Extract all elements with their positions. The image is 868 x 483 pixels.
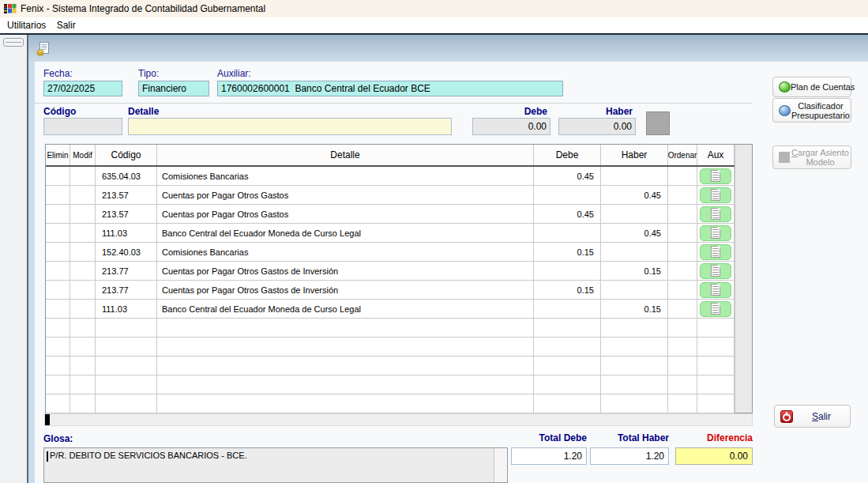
cell-detalle[interactable]: Banco Central del Ecuador Moneda de Curs… xyxy=(157,224,534,242)
table-vertical-scrollbar[interactable] xyxy=(735,145,752,413)
cell-aux[interactable] xyxy=(697,167,735,185)
cell-haber xyxy=(601,319,668,337)
cell-elimin[interactable] xyxy=(46,205,70,223)
cell-haber[interactable] xyxy=(601,205,668,223)
cell-elimin[interactable] xyxy=(46,224,70,242)
cell-modif[interactable] xyxy=(70,186,96,204)
cell-elimin[interactable] xyxy=(46,281,70,299)
cell-elimin[interactable] xyxy=(46,262,70,280)
aux-button[interactable] xyxy=(700,225,731,241)
cell-aux[interactable] xyxy=(697,205,735,223)
cell-detalle[interactable]: Comisiones Bancarias xyxy=(157,243,534,261)
aux-button[interactable] xyxy=(700,282,731,298)
cell-detalle[interactable]: Cuentas por Pagar Otros Gastos xyxy=(157,205,534,223)
cell-aux[interactable] xyxy=(697,243,735,261)
cell-detalle[interactable]: Banco Central del Ecuador Moneda de Curs… xyxy=(157,300,534,318)
debe-input[interactable]: 0.00 xyxy=(472,118,550,135)
cell-ordenar[interactable] xyxy=(668,167,697,185)
menu-utilitarios[interactable]: Utilitarios xyxy=(3,17,50,33)
cell-debe[interactable]: 0.15 xyxy=(534,243,601,261)
cell-aux[interactable] xyxy=(697,224,735,242)
cell-modif[interactable] xyxy=(70,243,96,261)
cell-modif[interactable] xyxy=(70,224,96,242)
cell-elimin[interactable] xyxy=(46,186,70,204)
cell-ordenar[interactable] xyxy=(668,300,697,318)
sidebar-collapse-handle[interactable] xyxy=(3,38,24,47)
cell-codigo[interactable]: 152.40.03 xyxy=(96,243,157,261)
cell-codigo[interactable]: 111.03 xyxy=(96,300,157,318)
glosa-textarea[interactable]: P/R. DEBITO DE SERVICIOS BANCARIOS - BCE… xyxy=(43,447,508,483)
column-header-aux: Aux xyxy=(697,145,735,165)
auxiliar-input[interactable]: 1760002600001 Banco Central del Ecuador … xyxy=(217,81,563,96)
aux-button[interactable] xyxy=(700,244,731,260)
cell-ordenar[interactable] xyxy=(668,262,697,280)
cell-detalle[interactable]: Cuentas por Pagar Otros Gastos xyxy=(157,186,534,204)
cell-codigo[interactable]: 213.57 xyxy=(96,186,157,204)
cell-haber[interactable] xyxy=(601,281,668,299)
aux-button[interactable] xyxy=(700,263,731,279)
cell-debe[interactable] xyxy=(534,300,601,318)
cell-ordenar[interactable] xyxy=(668,186,697,204)
cell-modif[interactable] xyxy=(70,167,96,185)
cell-debe[interactable] xyxy=(534,262,601,280)
cell-codigo[interactable]: 213.77 xyxy=(96,281,157,299)
cell-ordenar[interactable] xyxy=(668,281,697,299)
aux-button[interactable] xyxy=(700,168,731,184)
cell-haber[interactable]: 0.15 xyxy=(601,262,668,280)
cell-codigo[interactable]: 213.77 xyxy=(96,262,157,280)
haber-input[interactable]: 0.00 xyxy=(558,118,636,135)
salir-button[interactable]: Salir xyxy=(774,405,851,428)
aux-button[interactable] xyxy=(700,206,731,222)
cell-aux[interactable] xyxy=(697,262,735,280)
cell-detalle xyxy=(157,375,534,394)
cell-aux[interactable] xyxy=(697,186,735,204)
cell-aux[interactable] xyxy=(697,281,735,299)
plan-de-cuentas-button[interactable]: Plan de Cuentas xyxy=(772,77,851,97)
menu-salir[interactable]: Salir xyxy=(53,17,80,33)
table-horizontal-scrollbar[interactable] xyxy=(44,413,753,426)
cell-debe[interactable] xyxy=(534,186,601,204)
cell-codigo[interactable]: 111.03 xyxy=(96,224,157,242)
aux-button[interactable] xyxy=(700,301,731,317)
codigo-input[interactable] xyxy=(43,118,122,135)
cell-haber[interactable]: 0.45 xyxy=(601,224,668,242)
cell-detalle[interactable]: Comisiones Bancarias xyxy=(157,167,534,185)
new-document-icon[interactable] xyxy=(36,41,51,56)
cell-elimin[interactable] xyxy=(46,300,70,318)
cell-ordenar[interactable] xyxy=(668,243,697,261)
cargar-asiento-modelo-button[interactable]: Cargar AsientoModelo xyxy=(772,145,851,169)
cell-haber[interactable] xyxy=(601,167,668,185)
cell-debe[interactable] xyxy=(534,224,601,242)
cell-debe[interactable]: 0.15 xyxy=(534,281,601,299)
detalle-input[interactable] xyxy=(128,118,452,135)
cell-codigo[interactable]: 635.04.03 xyxy=(96,167,157,185)
cell-aux xyxy=(697,394,735,413)
scrollbar-thumb[interactable] xyxy=(45,414,50,425)
cell-modif[interactable] xyxy=(70,300,96,318)
cell-aux[interactable] xyxy=(697,300,735,318)
cell-haber[interactable]: 0.45 xyxy=(601,186,668,204)
fecha-input[interactable]: 27/02/2025 xyxy=(43,81,122,96)
glosa-scrollbar[interactable] xyxy=(494,448,507,482)
cell-detalle[interactable]: Cuentas por Pagar Otros Gastos de Invers… xyxy=(157,281,534,299)
cell-modif[interactable] xyxy=(70,281,96,299)
aux-button[interactable] xyxy=(700,187,731,203)
cell-modif[interactable] xyxy=(70,262,96,280)
gray-square-button[interactable] xyxy=(646,111,670,135)
cell-detalle[interactable]: Cuentas por Pagar Otros Gastos de Invers… xyxy=(157,262,534,280)
cell-aux xyxy=(697,375,735,394)
cell-haber[interactable]: 0.15 xyxy=(601,300,668,318)
cell-modif[interactable] xyxy=(70,205,96,223)
cell-debe[interactable]: 0.45 xyxy=(534,167,601,185)
tipo-input[interactable]: Financiero xyxy=(138,81,209,96)
cell-codigo[interactable]: 213.57 xyxy=(96,205,157,223)
cell-haber[interactable] xyxy=(601,243,668,261)
cell-debe[interactable]: 0.45 xyxy=(534,205,601,223)
table-row: 213.57Cuentas por Pagar Otros Gastos0.45 xyxy=(46,186,735,205)
cell-ordenar[interactable] xyxy=(668,205,697,223)
cell-ordenar[interactable] xyxy=(668,224,697,242)
clasificador-presupuestario-button[interactable]: ClasificadorPresupuestario xyxy=(772,98,851,123)
cell-elimin[interactable] xyxy=(46,243,70,261)
cell-elimin[interactable] xyxy=(46,167,70,185)
cell-haber xyxy=(601,375,668,394)
